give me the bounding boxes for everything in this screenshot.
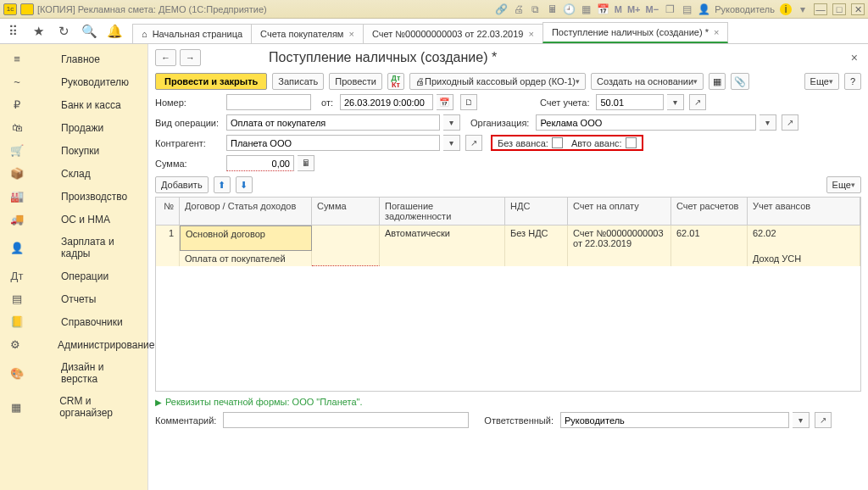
bell-icon[interactable]: 🔔: [102, 19, 127, 43]
open-ref-icon[interactable]: ↗: [465, 135, 482, 151]
add-row-button[interactable]: Добавить: [155, 176, 209, 193]
info-icon[interactable]: i: [780, 3, 792, 15]
structure-button[interactable]: ▦: [709, 73, 726, 90]
responsible-input[interactable]: [560, 412, 789, 428]
panel-close-icon[interactable]: ×: [851, 51, 861, 64]
col-advance[interactable]: Учет авансов: [748, 198, 860, 225]
tab-close-icon[interactable]: ×: [528, 29, 533, 39]
window-icon[interactable]: ❐: [664, 3, 676, 15]
nav-back-button[interactable]: ←: [155, 49, 176, 66]
dropdown-icon[interactable]: ▾: [443, 114, 460, 131]
sidebar-item[interactable]: 🛒Покупки: [0, 139, 147, 162]
create-based-button[interactable]: Создать на основании: [591, 73, 704, 90]
grid-icon[interactable]: ▦: [581, 3, 593, 15]
dropdown-icon[interactable]: ▾: [443, 135, 460, 151]
sidebar-item[interactable]: 🎨Дизайн и верстка: [0, 356, 147, 390]
contragent-input[interactable]: [226, 135, 440, 151]
sidebar-item[interactable]: ₽Банк и касса: [0, 93, 147, 116]
print-details-link[interactable]: ▶ Реквизиты печатной формы: ООО "Планета…: [155, 397, 861, 407]
comment-input[interactable]: [223, 412, 469, 428]
tab-close-icon[interactable]: ×: [348, 29, 353, 39]
date-input[interactable]: [340, 94, 433, 110]
dtkt-button[interactable]: ДтКт: [387, 73, 404, 90]
m-minus-icon[interactable]: M−: [646, 3, 659, 15]
table-row[interactable]: 1 Основной договор Автоматически Без НДС…: [156, 226, 860, 251]
col-vat[interactable]: НДС: [505, 198, 568, 225]
print-icon[interactable]: 🖨: [513, 3, 525, 15]
move-up-button[interactable]: ⬆: [214, 176, 231, 193]
nav-fwd-button[interactable]: →: [180, 49, 201, 66]
table-row[interactable]: Оплата от покупателей Доход УСН: [156, 251, 860, 266]
col-settlement[interactable]: Счет расчетов: [671, 198, 748, 225]
sidebar-item[interactable]: ~Руководителю: [0, 70, 147, 93]
print-button[interactable]: 🖨 Приходный кассовый ордер (КО-1): [409, 73, 586, 90]
dropdown-icon[interactable]: ▾: [760, 114, 776, 131]
attach-button[interactable]: 📎: [731, 73, 749, 90]
link-icon[interactable]: 🔗: [496, 3, 508, 15]
sidebar-item[interactable]: 🛍Продажи: [0, 116, 147, 139]
sidebar-item[interactable]: ▦CRM и органайзер: [0, 390, 147, 424]
sidebar-item[interactable]: 👤Зарплата и кадры: [0, 231, 147, 264]
apps-icon[interactable]: ⠿: [0, 19, 25, 43]
calculator-icon[interactable]: 🖩: [298, 155, 314, 171]
more-grid-button[interactable]: Еще: [826, 176, 861, 193]
sidebar-item[interactable]: ДтОперации: [0, 264, 147, 287]
sidebar-item[interactable]: 🚚ОС и НМА: [0, 208, 147, 231]
tab-invoice[interactable]: Счет №00000000003 от 22.03.2019×: [363, 24, 543, 43]
write-button[interactable]: Записать: [272, 73, 324, 90]
auto-advance-checkbox[interactable]: [626, 137, 637, 148]
sidebar-item[interactable]: ⚙Администрирование: [0, 333, 147, 356]
help-button[interactable]: ?: [844, 73, 861, 90]
calc-icon[interactable]: 🖩: [547, 3, 559, 15]
print-small-icon[interactable]: 🗋: [460, 94, 477, 110]
expand-icon[interactable]: ▾: [797, 3, 809, 15]
col-number[interactable]: №: [156, 198, 180, 225]
minimize-button[interactable]: —: [814, 3, 827, 15]
tab-home[interactable]: ⌂Начальная страница: [132, 24, 252, 43]
history-icon[interactable]: ↻: [51, 19, 76, 43]
more-button[interactable]: Еще: [804, 73, 839, 90]
favorite-icon[interactable]: ★: [25, 19, 51, 43]
calendar-picker-icon[interactable]: 📅: [437, 94, 453, 110]
tab-accounts[interactable]: Счета покупателям×: [251, 24, 364, 43]
dropdown-icon[interactable]: ▾: [793, 412, 810, 428]
col-invoice[interactable]: Счет на оплату: [568, 198, 671, 225]
col-contract[interactable]: Договор / Статья доходов: [180, 198, 312, 225]
tab-close-icon[interactable]: ×: [714, 27, 719, 37]
post-and-close-button[interactable]: Провести и закрыть: [155, 73, 267, 90]
sidebar-item[interactable]: ▤Отчеты: [0, 287, 147, 310]
col-sum[interactable]: Сумма: [312, 198, 380, 225]
close-button[interactable]: ✕: [851, 3, 865, 15]
post-button[interactable]: Провести: [329, 73, 382, 90]
sidebar-item[interactable]: 📒Справочники: [0, 310, 147, 333]
org-input[interactable]: [536, 114, 756, 131]
sidebar-label: Справочники: [61, 316, 123, 328]
m-plus-icon[interactable]: M+: [627, 3, 641, 15]
open-ref-icon[interactable]: ↗: [782, 114, 798, 131]
open-ref-icon[interactable]: ↗: [815, 412, 832, 428]
dropdown-icon[interactable]: [20, 3, 34, 15]
operation-input[interactable]: [226, 114, 440, 131]
tab-active[interactable]: Поступление наличных (создание) *×: [542, 22, 729, 43]
maximize-button[interactable]: □: [832, 3, 846, 15]
calendar-icon[interactable]: 📅: [598, 3, 609, 15]
open-ref-icon[interactable]: ↗: [689, 94, 706, 110]
sidebar-item[interactable]: ≡Главное: [0, 47, 147, 70]
search-icon[interactable]: 🔍: [76, 19, 102, 43]
sum-input[interactable]: [226, 155, 294, 171]
no-advance-checkbox[interactable]: [552, 137, 563, 148]
col-repay[interactable]: Погашение задолженности: [380, 198, 505, 225]
sidebar-icon: 📦: [10, 167, 24, 180]
m-icon[interactable]: M: [615, 3, 622, 15]
sidebar-item[interactable]: 🏭Производство: [0, 185, 147, 208]
copy-icon[interactable]: ⧉: [530, 3, 542, 15]
user-name[interactable]: Руководитель: [715, 4, 775, 14]
move-down-button[interactable]: ⬇: [236, 176, 253, 193]
sidebar-item[interactable]: 📦Склад: [0, 162, 147, 185]
list-icon[interactable]: ▤: [681, 3, 693, 15]
number-input[interactable]: [226, 94, 311, 110]
sidebar-icon: 👤: [10, 242, 24, 254]
clock-icon[interactable]: 🕘: [564, 3, 576, 15]
dropdown-icon[interactable]: ▾: [667, 94, 684, 110]
account-input[interactable]: [596, 94, 664, 110]
